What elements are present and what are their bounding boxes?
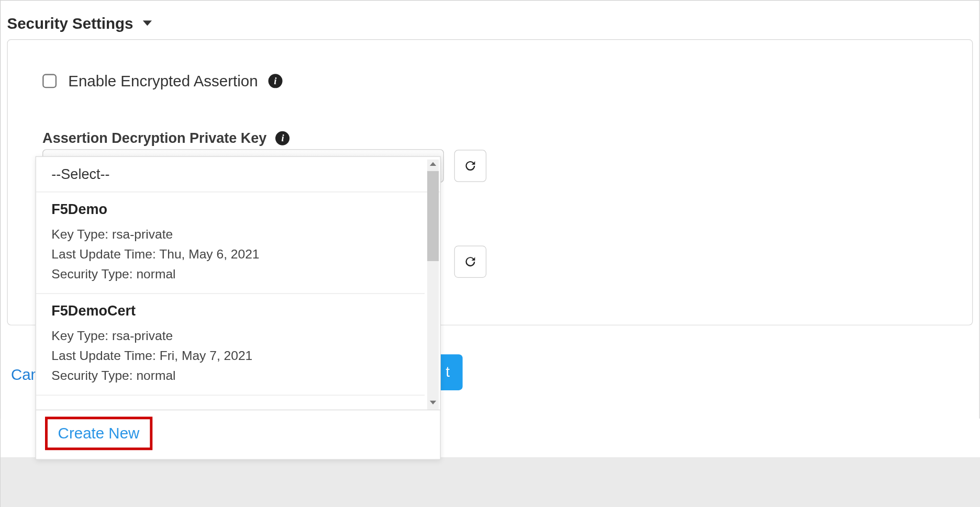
security-type-label: Security Type: [51,267,132,281]
security-type-label: Security Type: [51,368,132,382]
dropdown-placeholder[interactable]: --Select-- [36,157,440,193]
private-key-label-row: Assertion Decryption Private Key i [42,130,290,147]
key-type-value: rsa-private [112,227,173,241]
refresh-button[interactable] [454,245,486,277]
scroll-up-icon[interactable] [429,160,438,168]
section-title: Security Settings [7,15,133,32]
dropdown-item-name: F5Demo [51,201,409,218]
next-button-fragment: t [446,364,450,381]
security-type-value: normal [136,267,175,281]
key-type-label: Key Type: [51,329,108,343]
key-type-label: Key Type: [51,227,108,241]
refresh-button[interactable] [454,150,486,182]
private-key-label: Assertion Decryption Private Key [42,130,266,147]
create-new-link[interactable]: Create New [58,424,140,442]
dropdown-item[interactable]: F5Demo Key Type: rsa-private Last Update… [36,192,425,294]
dropdown-item-meta: Key Type: rsa-private Last Update Time: … [51,224,409,284]
scrollbar-thumb[interactable] [427,171,439,261]
info-icon[interactable]: i [276,131,290,145]
key-type-value: rsa-private [112,329,173,343]
dropdown-item-name [51,401,409,410]
enable-encrypted-label: Enable Encrypted Assertion [68,72,258,90]
last-update-label: Last Update Time: [51,247,155,261]
caret-down-icon [142,18,153,29]
enable-encrypted-checkbox[interactable] [42,74,57,88]
dropdown-scroll: --Select-- F5Demo Key Type: rsa-private … [36,157,440,410]
section-header[interactable]: Security Settings [1,1,979,39]
last-update-value: Thu, May 6, 2021 [159,247,259,261]
dropdown-footer: Create New [36,410,440,459]
dropdown-item-meta: Key Type: rsa-private Last Update Time: … [51,326,409,386]
private-key-dropdown: --Select-- F5Demo Key Type: rsa-private … [36,156,441,460]
last-update-label: Last Update Time: [51,348,155,363]
enable-encrypted-row: Enable Encrypted Assertion i [42,72,282,90]
scroll-down-icon[interactable] [429,398,438,407]
dropdown-item[interactable]: F5DemoCert Key Type: rsa-private Last Up… [36,294,425,396]
last-update-value: Fri, May 7, 2021 [160,348,253,363]
security-type-value: normal [136,368,175,382]
dropdown-item-name: F5DemoCert [51,303,409,320]
info-icon[interactable]: i [268,74,282,88]
create-new-highlight: Create New [45,416,152,450]
dropdown-item[interactable] [36,396,425,410]
